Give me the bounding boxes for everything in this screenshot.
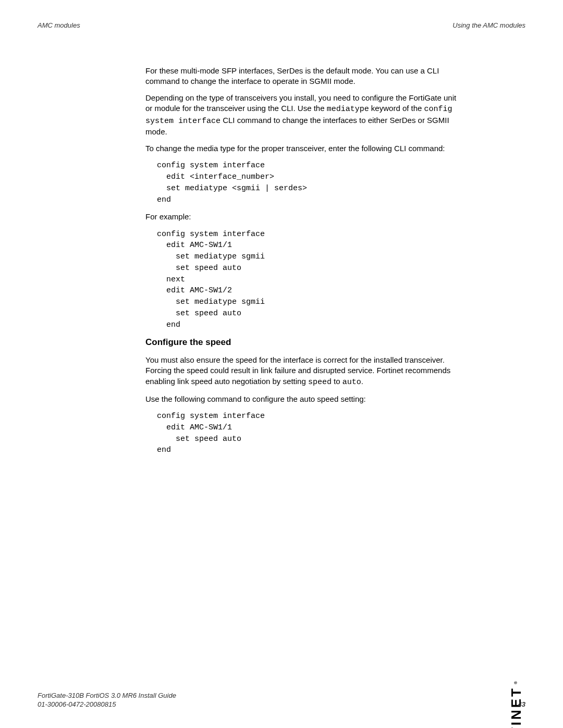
- main-content: For these multi-mode SFP interfaces, Ser…: [145, 66, 463, 456]
- page-footer: FortiGate-310B FortiOS 3.0 MR6 Install G…: [38, 691, 525, 709]
- code-inline: speed: [308, 378, 332, 387]
- header-right: Using the AMC modules: [452, 21, 525, 30]
- footer-guide-title: FortiGate-310B FortiOS 3.0 MR6 Install G…: [38, 691, 176, 700]
- paragraph-5: You must also ensure the speed for the i…: [145, 355, 463, 388]
- heading-configure-speed: Configure the speed: [145, 337, 463, 349]
- header-left: AMC modules: [38, 21, 80, 30]
- paragraph-1: For these multi-mode SFP interfaces, Ser…: [145, 66, 463, 87]
- footer-doc-id: 01-30006-0472-20080815: [38, 700, 176, 709]
- text: to: [332, 377, 342, 386]
- text: .: [361, 377, 363, 386]
- paragraph-4: For example:: [145, 212, 463, 222]
- code-inline: auto: [342, 378, 361, 387]
- paragraph-3: To change the media type for the proper …: [145, 143, 463, 154]
- page-number: 43: [518, 700, 525, 709]
- code-block-2: config system interface edit AMC-SW1/1 s…: [157, 229, 463, 331]
- text: keyword of the: [369, 104, 424, 113]
- paragraph-2: Depending on the type of transceivers yo…: [145, 93, 463, 137]
- paragraph-6: Use the following command to configure t…: [145, 394, 463, 404]
- page-header: AMC modules Using the AMC modules: [38, 21, 525, 30]
- registered-icon: ®: [513, 681, 519, 684]
- code-inline: mediatype: [327, 105, 369, 114]
- footer-left: FortiGate-310B FortiOS 3.0 MR6 Install G…: [38, 691, 176, 709]
- code-block-1: config system interface edit <interface_…: [157, 160, 463, 205]
- code-block-3: config system interface edit AMC-SW1/1 s…: [157, 411, 463, 456]
- text: You must also ensure the speed for the i…: [145, 355, 450, 386]
